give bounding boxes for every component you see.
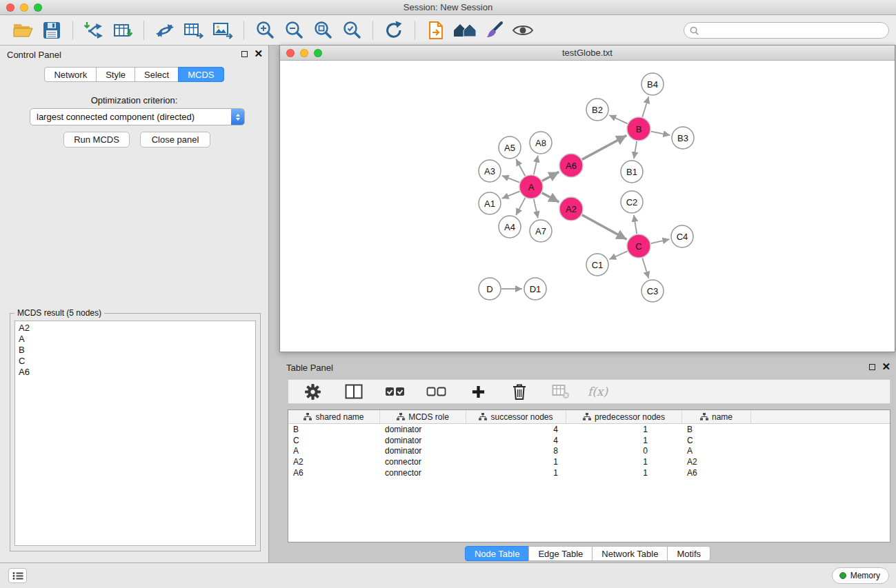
mcds-result-list[interactable]: A2ABCA6	[14, 321, 256, 546]
node-B1[interactable]: B1	[621, 161, 643, 183]
node-A6[interactable]: A6	[559, 154, 583, 177]
delete-column-button[interactable]	[507, 379, 532, 404]
node-A4[interactable]: A4	[499, 216, 521, 238]
memory-button[interactable]: Memory	[832, 567, 889, 584]
node-C2[interactable]: C2	[621, 191, 643, 213]
zoom-selected-button[interactable]	[339, 18, 364, 43]
table-row[interactable]: A2connector11A2	[288, 456, 890, 467]
edge-B-B1[interactable]	[634, 141, 637, 159]
function-builder-button[interactable]: f(x)	[588, 385, 608, 398]
column-header-predecessor-nodes[interactable]: predecessor nodes	[566, 410, 682, 423]
zoom-in-button[interactable]	[252, 18, 277, 43]
edge-C-C4[interactable]	[651, 239, 670, 243]
export-image-button[interactable]	[210, 18, 235, 43]
node-C1[interactable]: C1	[586, 254, 608, 276]
first-neighbors-button[interactable]	[424, 18, 448, 43]
zoom-out-button[interactable]	[281, 18, 306, 43]
show-networks-button[interactable]	[452, 18, 477, 43]
table-row[interactable]: A6connector11A6	[288, 467, 890, 478]
tab-select[interactable]: Select	[135, 67, 179, 82]
minimize-window-button[interactable]	[20, 3, 28, 12]
edge-A-A7[interactable]	[534, 199, 538, 219]
export-network-button[interactable]	[152, 18, 177, 43]
table-settings-button[interactable]	[300, 379, 325, 404]
search-input[interactable]	[702, 26, 883, 36]
result-item[interactable]: A2	[19, 323, 252, 334]
node-A8[interactable]: A8	[530, 132, 552, 154]
unselect-all-button[interactable]	[424, 379, 449, 404]
table-tab-motifs[interactable]: Motifs	[667, 546, 710, 561]
edge-C-C2[interactable]	[634, 215, 637, 234]
show-hide-button[interactable]	[510, 18, 535, 43]
edge-A-A1[interactable]	[502, 192, 520, 199]
result-item[interactable]: C	[19, 356, 252, 367]
node-A5[interactable]: A5	[499, 136, 521, 159]
refresh-view-button[interactable]	[381, 18, 406, 43]
edge-C-C3[interactable]	[642, 258, 648, 278]
maximize-window-button[interactable]	[34, 3, 42, 12]
table-tab-edge-table[interactable]: Edge Table	[528, 546, 593, 561]
node-A1[interactable]: A1	[479, 192, 501, 214]
edge-A-A8[interactable]	[534, 156, 538, 175]
edge-B-B2[interactable]	[609, 115, 628, 123]
tab-mcds[interactable]: MCDS	[178, 67, 223, 82]
delete-table-button[interactable]	[548, 379, 573, 404]
edge-A-A5[interactable]	[516, 159, 525, 176]
save-session-button[interactable]	[39, 18, 64, 43]
edge-A2-C[interactable]	[582, 215, 627, 240]
criterion-dropdown[interactable]: largest connected component (directed)	[30, 108, 245, 125]
edge-A-A2[interactable]	[542, 193, 559, 203]
node-A2[interactable]: A2	[559, 197, 583, 221]
edge-C-C1[interactable]	[609, 251, 627, 259]
network-minimize-button[interactable]	[300, 49, 308, 57]
edge-A-A4[interactable]	[516, 198, 526, 215]
show-columns-button[interactable]	[341, 379, 366, 404]
node-B2[interactable]: B2	[586, 99, 608, 121]
table-row[interactable]: Bdominator41B	[288, 424, 890, 435]
column-header-successor-nodes[interactable]: successor nodes	[466, 410, 566, 423]
table-tab-node-table[interactable]: Node Table	[465, 546, 530, 561]
import-network-button[interactable]	[81, 18, 106, 43]
node-B[interactable]: B	[627, 117, 650, 141]
network-maximize-button[interactable]	[314, 49, 322, 57]
node-C[interactable]: C	[627, 234, 650, 258]
close-window-button[interactable]	[6, 3, 14, 12]
float-table-panel-icon[interactable]	[869, 364, 875, 370]
node-A[interactable]: A	[519, 175, 543, 199]
node-C3[interactable]: C3	[641, 280, 664, 302]
edge-B-B4[interactable]	[642, 97, 648, 117]
node-D1[interactable]: D1	[524, 278, 546, 300]
edge-A6-B[interactable]	[582, 136, 627, 160]
node-B3[interactable]: B3	[672, 127, 694, 149]
result-item[interactable]: A6	[19, 367, 252, 378]
node-B4[interactable]: B4	[641, 73, 664, 95]
result-item[interactable]: A	[19, 334, 252, 345]
tab-network[interactable]: Network	[44, 67, 97, 82]
node-D[interactable]: D	[479, 278, 501, 300]
column-header-mcds-role[interactable]: MCDS role	[380, 410, 466, 423]
network-canvas[interactable]: B4B2BB3A5A8A6B1A3AC2A1A2A4A7C4CC1C3DD1	[280, 61, 895, 352]
column-header-shared-name[interactable]: shared name	[288, 410, 380, 423]
new-column-button[interactable]	[466, 379, 490, 404]
task-history-button[interactable]	[8, 568, 27, 583]
edge-B-B3[interactable]	[651, 132, 670, 136]
close-table-panel-icon[interactable]: ✕	[882, 362, 890, 372]
import-table-button[interactable]	[110, 18, 135, 43]
network-close-button[interactable]	[286, 49, 295, 57]
apply-style-button[interactable]	[481, 18, 506, 43]
node-A3[interactable]: A3	[479, 160, 501, 182]
close-panel-icon[interactable]: ✕	[254, 49, 263, 59]
zoom-fit-button[interactable]	[310, 18, 335, 43]
network-graph[interactable]: B4B2BB3A5A8A6B1A3AC2A1A2A4A7C4CC1C3DD1	[280, 61, 895, 352]
table-row[interactable]: Adominator80A	[288, 446, 890, 457]
float-panel-icon[interactable]	[241, 51, 248, 57]
export-table-button[interactable]	[181, 18, 206, 43]
table-row[interactable]: Cdominator41C	[288, 435, 890, 446]
edge-A-A6[interactable]	[542, 172, 559, 181]
node-A7[interactable]: A7	[530, 220, 552, 242]
tab-style[interactable]: Style	[96, 67, 135, 82]
run-mcds-button[interactable]: Run MCDS	[63, 132, 130, 148]
select-all-button[interactable]	[383, 379, 408, 404]
open-file-button[interactable]	[10, 18, 35, 43]
edge-A-A3[interactable]	[502, 176, 520, 183]
